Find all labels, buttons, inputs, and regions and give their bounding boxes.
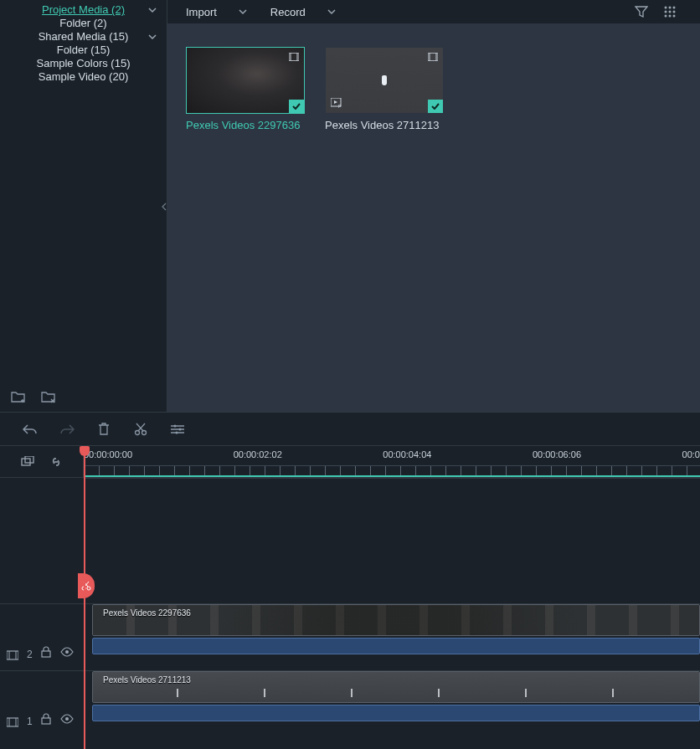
chevron-down-icon <box>327 8 336 16</box>
timeline-clip[interactable]: Pexels Videos 2297636 <box>92 604 700 636</box>
remove-folder-icon[interactable] <box>40 388 57 405</box>
ruler-mark: 00:00:02:02 <box>234 449 282 459</box>
timeline-clip[interactable]: Pexels Videos 2711213 <box>92 671 700 703</box>
media-toolbar: Import Record <box>167 0 700 23</box>
svg-rect-25 <box>42 651 50 657</box>
playhead-handle-icon <box>80 446 90 456</box>
track-number: 1 <box>27 716 33 727</box>
tree-label: Project Media (2) <box>20 3 147 17</box>
collapse-panel-icon[interactable] <box>161 201 167 213</box>
chevron-down-icon[interactable] <box>147 6 158 14</box>
redo-icon[interactable] <box>59 421 75 438</box>
svg-point-5 <box>673 11 676 13</box>
sidebar-footer <box>0 382 167 412</box>
film-icon <box>428 53 438 61</box>
tree-item-folder-15[interactable]: Folder (15) <box>5 44 162 57</box>
delete-icon[interactable] <box>95 421 112 438</box>
track-header: 2 <box>0 603 84 670</box>
svg-point-16 <box>142 430 147 434</box>
timeline: 00:00:00:00 00:00:02:02 00:00:04:04 00:0… <box>0 446 700 749</box>
adjust-icon[interactable] <box>169 421 186 438</box>
link-icon[interactable] <box>48 454 64 470</box>
add-folder-icon[interactable] <box>10 388 27 405</box>
track-number: 2 <box>27 649 33 660</box>
audio-clip[interactable] <box>92 705 700 721</box>
checkmark-icon <box>289 100 304 113</box>
svg-point-15 <box>136 430 140 434</box>
record-button[interactable]: Record <box>270 6 336 18</box>
svg-rect-24 <box>7 651 18 659</box>
chevron-down-icon <box>239 8 247 16</box>
tracks-area: 2 Pexels Videos 2297636 1 <box>0 478 700 749</box>
media-caption: Pexels Videos 2297636 <box>186 119 305 131</box>
svg-point-4 <box>669 11 672 13</box>
filter-icon[interactable] <box>633 3 650 20</box>
media-item[interactable]: P Pexels Videos 2711213 <box>325 47 444 131</box>
playhead[interactable] <box>84 446 85 749</box>
ruler-ticks <box>84 465 700 477</box>
svg-rect-12 <box>430 53 436 61</box>
media-sidebar: Project Media (2) Folder (2) Shared Medi… <box>0 0 167 412</box>
film-icon <box>289 53 299 61</box>
track-lane[interactable]: Pexels Videos 2711213 <box>84 670 700 737</box>
lock-icon[interactable] <box>41 644 52 660</box>
checkmark-icon <box>428 100 443 113</box>
svg-rect-27 <box>7 718 18 726</box>
autofit-icon[interactable] <box>19 454 36 470</box>
ruler-mark: 00:00:00:00 <box>84 449 132 459</box>
track-empty-space[interactable] <box>0 478 700 603</box>
tree-item-folder-2[interactable]: Folder (2) <box>5 17 162 30</box>
tree-item-sample-colors[interactable]: Sample Colors (15) <box>5 57 162 70</box>
media-thumbnail <box>186 47 305 114</box>
video-track-2: 2 Pexels Videos 2297636 <box>0 603 700 670</box>
tree-item-shared-media[interactable]: Shared Media (15) <box>5 30 162 44</box>
cut-icon[interactable] <box>132 421 149 438</box>
eye-icon[interactable] <box>60 644 74 660</box>
svg-point-26 <box>65 650 69 654</box>
ruler-mark: 00:00:06:06 <box>533 449 581 459</box>
svg-rect-10 <box>291 53 297 61</box>
svg-point-2 <box>673 7 676 9</box>
ruler-mark: 00:00:04:04 <box>383 449 431 459</box>
svg-point-18 <box>179 428 182 430</box>
media-thumbnail: P <box>325 47 444 114</box>
edit-toolbar <box>0 413 700 446</box>
import-button[interactable]: Import <box>186 6 247 18</box>
svg-point-6 <box>665 15 667 18</box>
svg-point-1 <box>669 7 672 9</box>
svg-point-3 <box>665 11 667 13</box>
video-track-1: 1 Pexels Videos 2711213 <box>0 670 700 737</box>
tree-item-project-media[interactable]: Project Media (2) <box>5 3 162 17</box>
track-type-icon <box>7 717 18 727</box>
thumbnail-image <box>187 48 304 113</box>
track-header: 1 <box>0 670 84 737</box>
tree-label: Shared Media (15) <box>20 30 147 44</box>
track-type-icon <box>7 650 18 660</box>
svg-rect-21 <box>25 456 33 463</box>
media-caption: Pexels Videos 2711213 <box>325 119 444 131</box>
clip-label: Pexels Videos 2711213 <box>103 675 191 685</box>
proxy-icon: P <box>331 98 342 108</box>
media-item[interactable]: Pexels Videos 2297636 <box>186 47 305 131</box>
lock-icon[interactable] <box>41 711 52 727</box>
track-lane[interactable]: Pexels Videos 2297636 <box>84 603 700 670</box>
thumbnail-image <box>326 48 443 113</box>
time-ruler[interactable]: 00:00:00:00 00:00:02:02 00:00:04:04 00:0… <box>84 446 700 477</box>
svg-point-0 <box>665 7 667 9</box>
svg-point-23 <box>87 587 90 590</box>
eye-icon[interactable] <box>60 711 74 727</box>
tree-item-sample-video[interactable]: Sample Video (20) <box>5 70 162 84</box>
ruler-mark: 00:0 <box>682 449 700 459</box>
media-grid: Pexels Videos 2297636 P Pexels Videos 27… <box>167 23 700 155</box>
media-browser: Import Record <box>167 0 700 412</box>
svg-point-7 <box>669 15 672 18</box>
svg-point-19 <box>176 431 178 433</box>
folder-tree: Project Media (2) Folder (2) Shared Medi… <box>0 0 167 382</box>
timeline-pane: 00:00:00:00 00:00:02:02 00:00:04:04 00:0… <box>0 412 700 749</box>
grid-view-icon[interactable] <box>661 3 678 20</box>
chevron-down-icon[interactable] <box>147 33 158 41</box>
audio-clip[interactable] <box>92 638 700 654</box>
svg-point-29 <box>65 717 69 721</box>
svg-point-17 <box>174 424 177 427</box>
undo-icon[interactable] <box>22 421 39 438</box>
